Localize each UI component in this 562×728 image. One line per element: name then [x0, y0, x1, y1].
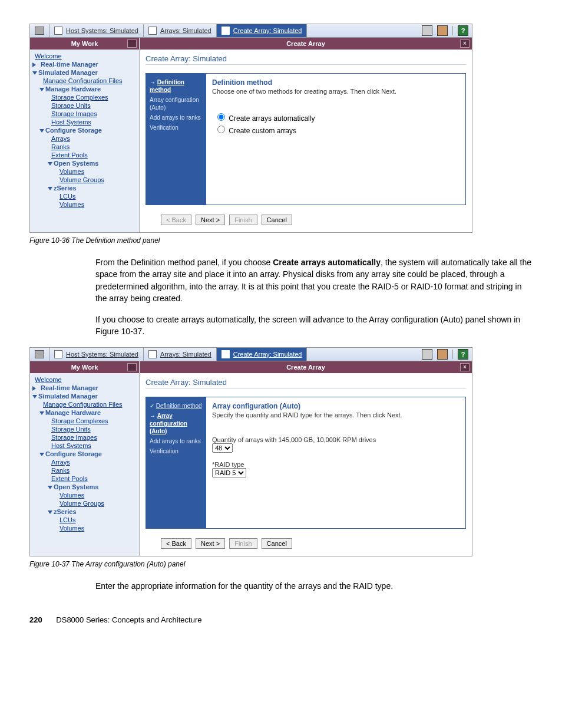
window-icon[interactable] [422, 25, 432, 36]
cancel-button[interactable]: Cancel [262, 215, 292, 225]
portfolio-tab[interactable] [30, 348, 49, 361]
raid-label: *RAID type [212, 461, 459, 468]
step-verification: Verification [150, 447, 203, 455]
nav-vg[interactable]: Volume Groups [59, 176, 104, 183]
nav-welcome[interactable]: Welcome [35, 376, 62, 383]
portfolio-tab[interactable] [30, 24, 49, 37]
radio-auto[interactable]: Create arrays automatically [214, 111, 459, 123]
nav-sc[interactable]: Storage Complexes [51, 417, 108, 424]
nav-ep[interactable]: Extent Pools [51, 151, 88, 159]
tab-arrays-label: Arrays: Simulated [160, 27, 211, 34]
back-button[interactable]: < Back [161, 538, 191, 549]
tab-arrays[interactable]: Arrays: Simulated [144, 348, 217, 361]
nav-vols2[interactable]: Volumes [59, 201, 84, 208]
help-icon[interactable]: ? [458, 349, 468, 360]
panel-title: Definition method [212, 78, 459, 87]
finish-button: Finish [229, 538, 257, 549]
help-icon[interactable]: ? [458, 25, 468, 36]
tab-host-systems[interactable]: Host Systems: Simulated [49, 24, 144, 37]
content-subtitle: Create Array: Simulated [146, 54, 466, 65]
nav-lcus[interactable]: LCUs [59, 193, 76, 200]
nav-arrays[interactable]: Arrays [51, 459, 70, 466]
nav-si[interactable]: Storage Images [51, 434, 97, 441]
nav-sim[interactable]: Simulated Manager [38, 69, 98, 76]
book-title: DS8000 Series: Concepts and Architecture [56, 615, 201, 624]
raid-select[interactable]: RAID 5 [212, 468, 246, 477]
next-button[interactable]: Next > [196, 215, 225, 225]
nav-hs[interactable]: Host Systems [51, 118, 91, 126]
exit-icon[interactable] [437, 349, 448, 360]
nav-hs[interactable]: Host Systems [51, 442, 91, 449]
back-button: < Back [161, 215, 191, 225]
nav-vg[interactable]: Volume Groups [59, 500, 104, 507]
next-button[interactable]: Next > [196, 538, 225, 549]
collapse-icon[interactable] [127, 39, 137, 48]
nav-os[interactable]: Open Systems [54, 160, 98, 167]
tab-host-systems[interactable]: Host Systems: Simulated [49, 348, 144, 361]
nav-sc[interactable]: Storage Complexes [51, 94, 108, 101]
nav-mh[interactable]: Manage Hardware [45, 85, 101, 93]
nav-vols2[interactable]: Volumes [59, 525, 84, 532]
nav-vols[interactable]: Volumes [59, 492, 84, 499]
nav-arrays[interactable]: Arrays [51, 135, 70, 142]
mywork-label: My Work [71, 40, 98, 47]
panel-title: Array configuration (Auto) [212, 402, 459, 410]
main-content: Create Array: Simulated Definition metho… [140, 373, 472, 556]
radio-custom-input[interactable] [217, 126, 225, 133]
sidebar: Welcome Real-time Manager Simulated Mana… [30, 373, 140, 556]
tab-bar: Host Systems: Simulated Arrays: Simulate… [30, 348, 472, 361]
doc-icon [148, 27, 157, 35]
tab-create-label: Create Array: Simulated [233, 351, 302, 358]
nav-si[interactable]: Storage Images [51, 110, 97, 117]
step-definition[interactable]: Definition method [156, 403, 202, 409]
nav-mcf[interactable]: Manage Configuration Files [43, 401, 123, 408]
radio-custom[interactable]: Create custom arrays [214, 124, 459, 135]
nav-cs[interactable]: Configure Storage [45, 450, 102, 457]
tab-create-array[interactable]: Create Array: Simulated [217, 24, 308, 37]
tab-host-label: Host Systems: Simulated [66, 27, 138, 34]
portfolio-icon [35, 350, 44, 358]
nav-mh[interactable]: Manage Hardware [45, 409, 101, 416]
nav-lcus[interactable]: LCUs [59, 516, 76, 523]
nav-su[interactable]: Storage Units [51, 426, 91, 433]
nav-zs[interactable]: zSeries [54, 508, 77, 515]
collapse-icon[interactable] [127, 363, 137, 371]
nav-rtm[interactable]: Real-time Manager [41, 61, 98, 68]
nav-zs[interactable]: zSeries [54, 185, 77, 192]
nav-cs[interactable]: Configure Storage [45, 127, 102, 134]
close-icon[interactable]: × [460, 39, 470, 48]
wizard-steps: Definition method Array configuration (A… [146, 74, 206, 205]
content-subtitle: Create Array: Simulated [146, 378, 466, 388]
nav-welcome[interactable]: Welcome [35, 52, 62, 60]
nav-sim[interactable]: Simulated Manager [38, 393, 98, 400]
step-definition[interactable]: Definition method [150, 79, 184, 93]
nav-vols[interactable]: Volumes [59, 168, 84, 175]
para-2: If you choose to create arrays automatic… [29, 314, 533, 338]
close-icon[interactable]: × [460, 363, 470, 371]
window-icon[interactable] [422, 349, 432, 360]
tab-create-array[interactable]: Create Array: Simulated [217, 348, 308, 361]
nav-os[interactable]: Open Systems [54, 483, 98, 490]
quantity-select[interactable]: 48 [212, 443, 233, 453]
exit-icon[interactable] [437, 25, 448, 36]
figure-10-36: Host Systems: Simulated Arrays: Simulate… [29, 24, 472, 233]
page-title: Create Array [286, 40, 325, 47]
para-3: Enter the appropriate information for th… [29, 580, 533, 592]
quantity-label: Quantity of arrays with 145,000 GB, 10,0… [212, 436, 459, 443]
tab-arrays[interactable]: Arrays: Simulated [144, 24, 217, 37]
doc-icon [54, 350, 62, 358]
radio-auto-input[interactable] [217, 113, 225, 121]
nav-su[interactable]: Storage Units [51, 102, 91, 109]
panel-desc: Specify the quantity and RAID type for t… [212, 411, 459, 419]
nav-ep[interactable]: Extent Pools [51, 475, 88, 482]
wizard-content: Definition method Choose one of two meth… [206, 74, 465, 205]
tab-create-label: Create Array: Simulated [233, 27, 302, 34]
step-auto[interactable]: Array configuration (Auto) [150, 413, 187, 434]
nav-mcf[interactable]: Manage Configuration Files [43, 77, 123, 84]
doc-icon [148, 350, 157, 358]
page-header: Create Array× [140, 361, 472, 373]
nav-rtm[interactable]: Real-time Manager [41, 384, 98, 391]
nav-ranks[interactable]: Ranks [51, 143, 70, 150]
nav-ranks[interactable]: Ranks [51, 467, 70, 474]
cancel-button[interactable]: Cancel [262, 538, 292, 549]
